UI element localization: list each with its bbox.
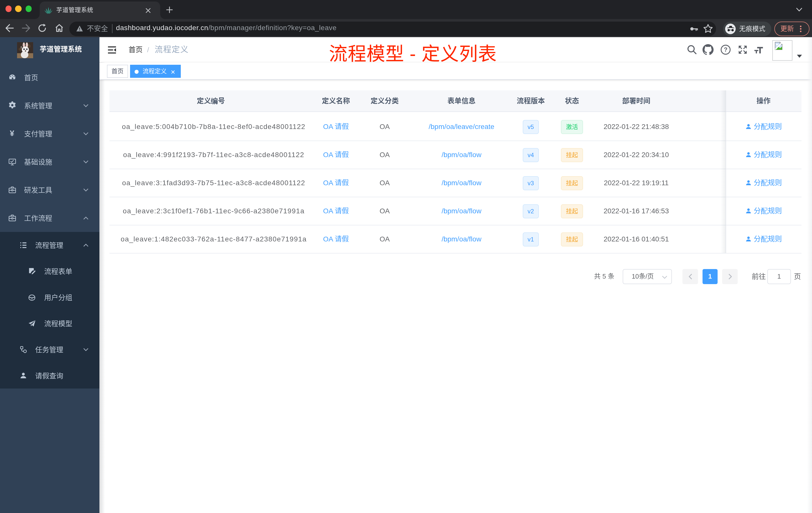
svg-text:?: ? <box>724 46 728 53</box>
